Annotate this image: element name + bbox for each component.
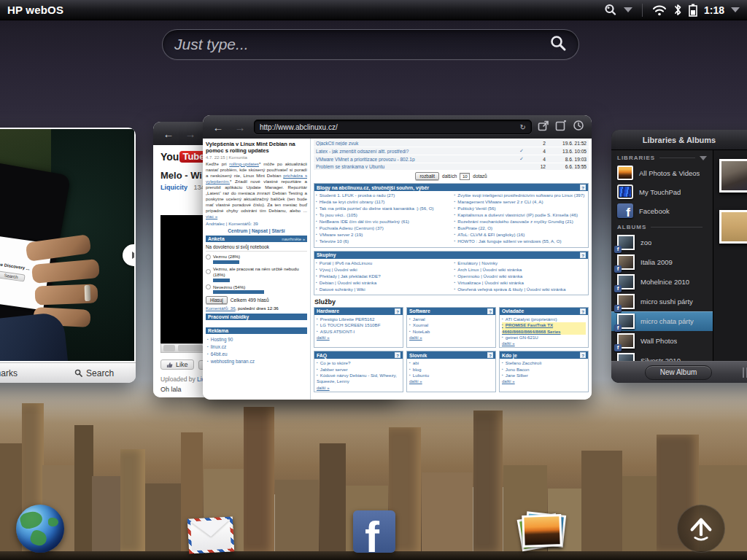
next-arrow-icon[interactable]: [123, 244, 134, 266]
blog-link[interactable]: NetBeans IDE čím dál tím víc použitelný …: [316, 219, 449, 225]
service-link[interactable]: Prestigio Librette PER5162: [317, 316, 400, 322]
clock[interactable]: 1:18: [704, 4, 724, 16]
blog-link[interactable]: To jsou věci.. (105): [316, 212, 449, 218]
poll-option[interactable]: Vezmu, ale pracovat na něm určitě nebudu…: [206, 266, 307, 278]
more-link[interactable]: další »: [500, 341, 588, 347]
album-item[interactable]: micro sushi párty: [611, 292, 713, 311]
group-link[interactable]: Překlady | Jak překládat KDE?: [316, 273, 449, 279]
blog-link[interactable]: Hledá se kryt civilní obrany (117): [316, 199, 449, 205]
photos-icon[interactable]: [519, 510, 566, 553]
album-item[interactable]: Silvestr 2010: [611, 351, 713, 361]
forum-row[interactable]: VMware VMnet a prioritizace provozu - 80…: [314, 155, 589, 163]
album-item[interactable]: Wall Photos: [611, 331, 713, 351]
refresh-icon[interactable]: ↻: [520, 123, 526, 131]
service-link[interactable]: Jabber server: [317, 367, 400, 373]
help-icon[interactable]: ?: [580, 352, 586, 358]
service-link[interactable]: Jarnal: [409, 316, 493, 322]
dropdown-caret-icon[interactable]: [624, 7, 632, 12]
blog-link[interactable]: HOWTO : Jak funguje sdílení ve windows (…: [454, 238, 587, 244]
blog-link[interactable]: Tak ma prišla pozrieť do dielne stará ka…: [316, 206, 449, 211]
service-link[interactable]: abi: [409, 360, 493, 366]
help-icon[interactable]: ?: [580, 252, 586, 258]
more-link[interactable]: další »: [407, 335, 495, 341]
card-photos-app[interactable]: Libraries & Albums LIBRARIES All Photos …: [611, 130, 747, 383]
card-browser-abclinuxu[interactable]: ← → http://www.abclinuxu.cz/ ↻ Vylepšeni…: [203, 115, 592, 400]
share-icon[interactable]: [538, 120, 549, 134]
vote-button[interactable]: Hlasuj: [206, 296, 228, 304]
radio-icon[interactable]: [206, 284, 211, 289]
back-arrow-icon[interactable]: ←: [210, 121, 226, 133]
photo-thumbnail[interactable]: [719, 210, 747, 244]
launcher-up-arrow-icon[interactable]: [677, 505, 725, 553]
email-icon[interactable]: [187, 516, 234, 553]
blog-link[interactable]: Studenti 1. LFUK - prosba o radu (27): [316, 192, 449, 198]
article-byline[interactable]: Andrtalec | Komentářů: 39: [206, 221, 307, 226]
just-type-search-field[interactable]: Just type...: [162, 29, 579, 60]
group-link[interactable]: Portál | IPv6 na AbcLinuxu: [316, 260, 449, 266]
group-link[interactable]: Emulátory | Novinky: [454, 260, 587, 266]
bluetooth-icon[interactable]: [673, 4, 682, 16]
service-link[interactable]: Co je to skóre?: [317, 360, 400, 366]
drag-grip-icon[interactable]: [743, 368, 747, 378]
blog-link[interactable]: VMware server 2 (19): [316, 232, 449, 238]
group-link[interactable]: Vývoj | Úvodní wiki: [316, 267, 449, 273]
service-link[interactable]: ASUS AT5IONT-I: [317, 329, 400, 335]
forum-row[interactable]: Problem se strankama v Ubuntu 12 6.6. 15…: [314, 163, 589, 170]
forward-arrow-icon[interactable]: →: [232, 121, 248, 133]
help-icon[interactable]: ?: [487, 308, 493, 314]
blog-link[interactable]: Politický Ventil (56): [454, 206, 587, 211]
forum-topic-link[interactable]: QjackCtl nejde zvuk: [316, 141, 516, 146]
card-browser-photo-page[interactable]: The Discovery ... Search Bookmarks Searc…: [0, 128, 136, 383]
article-nav-links[interactable]: Centrum | Napsat | Starší: [206, 228, 307, 233]
library-item[interactable]: My TouchPad: [611, 182, 713, 201]
more-count-input[interactable]: 10: [460, 173, 470, 180]
group-link[interactable]: Arch Linux | Úvodní wiki stránka: [454, 267, 587, 273]
service-link[interactable]: Kódové názvy Debianu - Sid, Wheezy, Sque…: [317, 373, 400, 385]
poll-option[interactable]: Nevezmu (54%): [206, 284, 307, 290]
battery-icon[interactable]: [689, 4, 697, 17]
library-item[interactable]: All Photos & Videos: [611, 163, 713, 182]
album-item[interactable]: Mohelnice 2010: [611, 272, 713, 292]
url-field[interactable]: http://www.abclinuxu.cz/ ↻: [254, 120, 532, 134]
channel-link[interactable]: Liquicity: [160, 184, 187, 191]
poll-option[interactable]: Vezmu (28%): [206, 254, 307, 260]
help-icon[interactable]: ?: [395, 352, 400, 358]
blog-link[interactable]: Pochvala Adiesu (Centrum) (37): [316, 225, 449, 231]
service-link[interactable]: blog: [409, 367, 493, 373]
forum-topic-link[interactable]: Problem se strankama v Ubuntu: [316, 164, 516, 169]
ad-link[interactable]: linux.cz: [207, 343, 307, 351]
group-link[interactable]: Otevřená veřejná správa & školy | Úvodní…: [454, 287, 587, 292]
forum-topic-link[interactable]: VMware VMnet a prioritizace provozu - 80…: [316, 157, 516, 162]
facebook-icon[interactable]: f: [353, 510, 395, 553]
history-icon[interactable]: [573, 120, 584, 134]
bookmarks-button[interactable]: Bookmarks: [0, 368, 18, 378]
service-link[interactable]: Xournal: [409, 322, 493, 328]
more-link[interactable]: další »: [500, 378, 588, 385]
ad-link[interactable]: Hosting 90: [207, 336, 307, 343]
page-search-button[interactable]: Search: [74, 368, 114, 378]
more-link[interactable]: další »: [314, 335, 403, 341]
photo-thumbnail[interactable]: [719, 159, 747, 192]
radio-icon[interactable]: [206, 254, 211, 260]
more-link[interactable]: další »: [407, 378, 495, 385]
article-title[interactable]: Vylepšenia v Linux Mint Debian na pomoc …: [206, 141, 307, 155]
poll-suggest-link[interactable]: navrhněte »: [282, 237, 305, 241]
blog-link[interactable]: Management VMware server 2 z CLI (4, A): [454, 199, 587, 205]
service-link[interactable]: Jane Silber: [502, 373, 586, 378]
service-link[interactable]: Stefano Zacchiroli: [502, 360, 586, 366]
service-link[interactable]: ATI Catalyst (proprietární): [502, 316, 586, 322]
expand-button[interactable]: rozbalit: [415, 172, 439, 180]
service-link[interactable]: PROMISE FastTrak TX 4660/8660/8664/8668 …: [502, 322, 586, 335]
dropdown-caret-icon[interactable]: [731, 7, 740, 12]
like-button[interactable]: Like: [160, 359, 194, 370]
group-link[interactable]: Debian | Úvodní wiki stránka: [316, 280, 449, 286]
group-link[interactable]: Virtualizace | Úvodní wiki stránka: [454, 280, 587, 286]
service-link[interactable]: NoteLab: [409, 329, 493, 335]
web-browser-icon[interactable]: [16, 505, 64, 553]
album-item[interactable]: Italia 2009: [611, 252, 713, 272]
help-icon[interactable]: ?: [580, 184, 586, 190]
blog-link[interactable]: Rozebrání mechanického časovače z myčky …: [454, 219, 587, 225]
poll-comments-link[interactable]: Komentářů: 36: [206, 306, 236, 311]
service-link[interactable]: Lubuntu: [409, 373, 493, 378]
blog-link[interactable]: AToL: CLVM & EFI (anglicky) (16): [454, 232, 587, 238]
